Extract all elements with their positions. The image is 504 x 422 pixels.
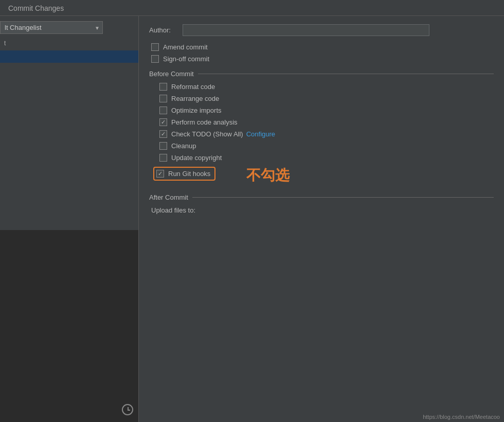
check-todo-checkbox[interactable]: ✓	[159, 130, 167, 138]
amend-commit-checkbox[interactable]	[151, 43, 159, 51]
run-git-hooks-label[interactable]: Run Git hooks	[168, 170, 210, 178]
author-input[interactable]	[183, 24, 429, 36]
sidebar-text-t: t	[0, 38, 138, 48]
title-bar: Commit Changes	[0, 0, 504, 16]
optimize-imports-row: Optimize imports	[159, 107, 494, 114]
upload-files-row: Upload files to:	[151, 206, 494, 214]
author-label: Author:	[149, 26, 177, 34]
annotation-text: 不勾选	[246, 166, 290, 185]
main-content: lt Changelist t Author:	[0, 16, 504, 422]
sign-off-checkbox[interactable]	[151, 55, 159, 63]
update-copyright-row: Update copyright	[159, 154, 494, 162]
run-git-hooks-box: ✓ Run Git hooks	[153, 167, 215, 181]
perform-code-analysis-label[interactable]: Perform code analysis	[171, 118, 238, 126]
run-git-hooks-annotation-row: ✓ Run Git hooks 不勾选	[151, 166, 494, 185]
sign-off-commit-row: Sign-off commit	[151, 55, 494, 63]
before-commit-section-header: Before Commit	[149, 70, 494, 78]
configure-link[interactable]: Configure	[246, 130, 275, 138]
update-copyright-label[interactable]: Update copyright	[171, 154, 222, 162]
rearrange-code-row: Rearrange code	[159, 95, 494, 102]
sidebar-bottom-dark	[0, 230, 138, 422]
rearrange-code-checkbox[interactable]	[159, 95, 167, 102]
check-todo-label[interactable]: Check TODO (Show All)	[171, 130, 243, 138]
cleanup-label[interactable]: Cleanup	[171, 142, 196, 150]
cleanup-row: Cleanup	[159, 142, 494, 150]
sidebar-dropdown-area: lt Changelist	[0, 21, 133, 34]
clock-icon[interactable]	[122, 404, 133, 415]
sidebar-footer	[122, 404, 133, 417]
footer-url: https://blog.csdn.net/Meetacoo	[423, 414, 500, 420]
before-commit-divider	[198, 74, 494, 74]
after-commit-section-header: After Commit	[149, 194, 494, 201]
reformat-code-label[interactable]: Reformat code	[171, 83, 215, 91]
sidebar-highlighted-item[interactable]	[0, 50, 138, 63]
author-row: Author:	[149, 24, 494, 36]
perform-code-analysis-row: ✓ Perform code analysis	[159, 118, 494, 126]
sidebar: lt Changelist t	[0, 16, 139, 422]
right-panel: Author: Amend commit Sign-off commit Bef…	[139, 16, 504, 422]
before-commit-title: Before Commit	[149, 70, 194, 78]
rearrange-code-label[interactable]: Rearrange code	[171, 95, 219, 102]
upload-files-label: Upload files to:	[151, 206, 195, 214]
update-copyright-checkbox[interactable]	[159, 154, 167, 162]
sign-off-label[interactable]: Sign-off commit	[163, 55, 209, 63]
changelist-select[interactable]: lt Changelist	[0, 21, 103, 34]
run-git-hooks-checkbox[interactable]: ✓	[156, 170, 164, 178]
cleanup-checkbox[interactable]	[159, 142, 167, 150]
amend-commit-label[interactable]: Amend commit	[163, 43, 208, 51]
optimize-imports-checkbox[interactable]	[159, 107, 167, 114]
sidebar-list-area: t	[0, 38, 138, 230]
after-commit-title: After Commit	[149, 194, 188, 201]
changelist-select-wrapper[interactable]: lt Changelist	[0, 21, 103, 34]
check-todo-row: ✓ Check TODO (Show All) Configure	[159, 130, 494, 138]
perform-code-analysis-checkbox[interactable]: ✓	[159, 118, 167, 126]
reformat-code-checkbox[interactable]	[159, 83, 167, 91]
window-title: Commit Changes	[8, 4, 64, 12]
commit-changes-window: Commit Changes lt Changelist t	[0, 0, 504, 422]
amend-commit-row: Amend commit	[151, 43, 494, 51]
reformat-code-row: Reformat code	[159, 83, 494, 91]
optimize-imports-label[interactable]: Optimize imports	[171, 107, 222, 114]
after-commit-divider	[192, 197, 494, 198]
